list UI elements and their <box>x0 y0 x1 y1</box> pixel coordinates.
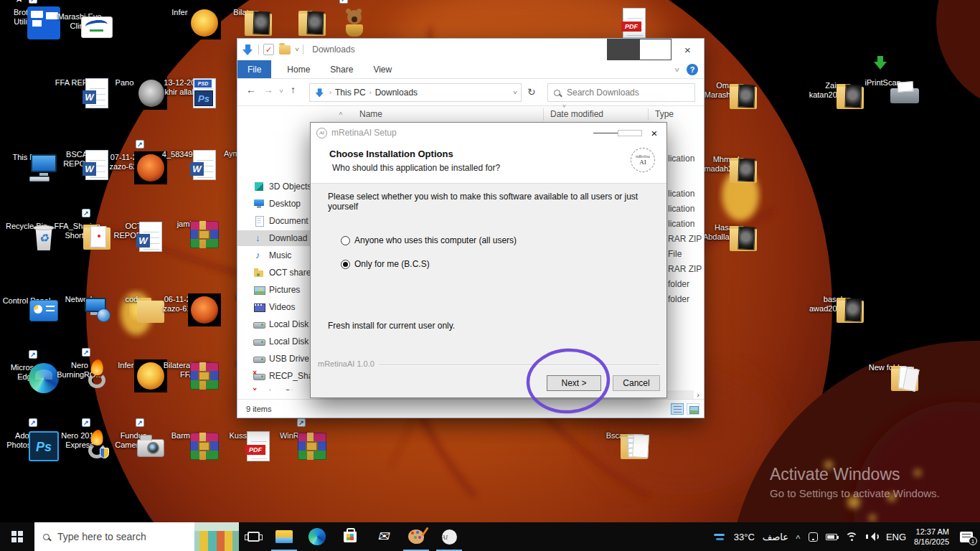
help-icon[interactable]: ? <box>687 64 698 75</box>
file-type-cell[interactable]: RAR ZIP a <box>668 234 704 247</box>
sidebar-item-desktop[interactable]: Desktop <box>237 196 320 212</box>
sidebar-item-videos[interactable]: Videos <box>237 299 320 315</box>
column-header-type[interactable]: Type <box>655 109 674 119</box>
desktop-icon-new-folder[interactable]: New folder <box>862 361 913 372</box>
file-type-cell[interactable]: RAR ZIP a <box>668 264 704 277</box>
back-icon[interactable]: ← <box>246 84 256 95</box>
desktop-icon-kussai[interactable]: Kussai <box>215 429 267 441</box>
desktop-icon-brother-utilities[interactable]: Brother Utilities <box>1 6 52 27</box>
minimize-button[interactable] <box>607 39 639 60</box>
desktop-icon-pdf-top[interactable] <box>591 6 643 8</box>
sidebar-item-local-disk-2[interactable]: Local Disk <box>237 334 320 349</box>
sidebar-item-usb-drive[interactable]: USB Drive <box>237 351 320 367</box>
up-icon[interactable]: ↑ <box>291 84 296 95</box>
desktop-icon-ffa-report[interactable]: FFA REPORT <box>54 76 105 88</box>
taskbar-file-explorer[interactable] <box>268 522 301 551</box>
explorer-search[interactable] <box>547 83 695 102</box>
customize-toolbar-chevron-icon[interactable]: > <box>293 47 301 51</box>
desktop-icon-mhmad-madah[interactable]: Mhmad madah202... <box>700 153 752 174</box>
large-icons-view-button[interactable] <box>687 403 699 415</box>
expand-ribbon-chevron-icon[interactable]: > <box>674 67 682 72</box>
sidebar-item-lensstar[interactable]: lensStar_sh <box>237 385 320 390</box>
properties-quick-icon[interactable] <box>263 44 274 55</box>
next-button[interactable]: Next > <box>547 375 601 391</box>
battery-icon[interactable] <box>826 534 837 540</box>
taskbar-edge[interactable] <box>301 522 334 551</box>
maximize-button[interactable] <box>639 39 672 60</box>
breadcrumb-downloads[interactable]: Downloads <box>375 88 418 98</box>
desktop-icon-winrar[interactable]: WinRAR <box>269 429 321 441</box>
desktop-icon-bscan-report[interactable]: BSCAN REPORT <box>54 148 105 169</box>
forward-icon[interactable]: → <box>263 84 273 95</box>
desktop-icon-nero-burning[interactable]: Nero BurningRO... <box>54 359 105 380</box>
sidebar-item-documents[interactable]: Document <box>237 213 320 229</box>
wifi-icon[interactable] <box>845 532 858 542</box>
desktop-icon-adobe-photoshop[interactable]: Adobe Photosho... <box>1 429 52 451</box>
radio-selected-icon[interactable] <box>341 260 350 269</box>
breadcrumb[interactable]: › This PC › Downloads > <box>309 83 522 102</box>
tab-share[interactable]: Share <box>320 60 363 78</box>
desktop-icon-recycle-bin[interactable]: Recycle Bin <box>1 220 52 231</box>
radio-only-me-row[interactable]: Only for me (B.C.S) <box>341 259 430 269</box>
desktop-icon-marashi-eye-clinic[interactable]: Marashi Eye Clinic <box>54 10 105 32</box>
file-type-cell[interactable]: folder <box>668 279 704 292</box>
file-type-cell[interactable]: File <box>668 249 704 262</box>
tray-weather-condition[interactable]: عاصف <box>763 532 788 542</box>
file-type-cell[interactable]: lication <box>668 219 704 232</box>
close-button[interactable]: × <box>672 39 704 60</box>
new-folder-quick-icon[interactable] <box>279 45 291 55</box>
column-header-name[interactable]: Name <box>359 109 382 119</box>
desktop-icon-network[interactable]: Network <box>54 293 105 304</box>
file-type-cell[interactable]: lication <box>668 189 704 202</box>
scroll-right-arrow-icon[interactable]: › <box>694 390 702 399</box>
radio-all-users-row[interactable]: Anyone who uses this computer (all users… <box>341 235 517 245</box>
desktop-icon-bilat[interactable]: Bilat <box>215 6 267 17</box>
taskbar-mretinaai[interactable] <box>433 522 466 551</box>
refresh-icon[interactable]: ↻ <box>527 86 536 98</box>
tray-temperature[interactable]: 33°C <box>734 532 755 542</box>
sidebar-item-oct-share[interactable]: OCT share <box>237 265 320 281</box>
desktop-icon-4-58349720[interactable]: 4_58349720... <box>161 148 213 159</box>
file-type-cell[interactable]: folder <box>668 294 704 307</box>
desktop-icon-nero-2014[interactable]: Nero 2014 Express <box>54 429 105 451</box>
dialog-close-button[interactable]: × <box>642 123 666 143</box>
clock[interactable]: 12:37 AM 8/16/2025 <box>914 527 949 547</box>
sidebar-item-downloads[interactable]: Download <box>237 230 320 246</box>
desktop-icon-inferior-1[interactable]: Inferior 1 <box>108 359 159 370</box>
desktop-icon-iprintscan[interactable]: iPrintScan-... <box>862 76 913 88</box>
desktop-icon-oct-report-1[interactable]: OCT REPORT-1 <box>108 220 159 241</box>
taskbar-paint[interactable] <box>400 522 433 551</box>
hidden-icons-chevron-icon[interactable]: > <box>794 534 802 539</box>
language-indicator[interactable]: ENG <box>886 532 906 542</box>
column-header-date-modified[interactable]: Date modified <box>550 109 603 119</box>
radio-unselected-icon[interactable] <box>341 236 350 245</box>
tab-file[interactable]: File <box>237 60 271 78</box>
search-input[interactable] <box>565 87 689 98</box>
desktop-icon-hasan-abdallah[interactable]: Hasan Abdallah20... <box>700 221 752 242</box>
desktop-icon-06-11-2018[interactable]: 06-11-2018... zazo-61-Ma... <box>161 293 213 314</box>
desktop-icon-this-pc[interactable]: This PC <box>1 151 52 162</box>
search-highlight-image[interactable] <box>194 522 239 551</box>
desktop-icon-microsoft-edge[interactable]: Microsoft Edge <box>1 361 52 382</box>
desktop-icon-ffa-sharing[interactable]: FFA_Sharing - Shortcut <box>54 220 105 241</box>
tab-view[interactable]: View <box>363 60 402 78</box>
desktop-icon-fundus-camera[interactable]: Fundus Camera ... <box>108 429 159 451</box>
tablet-mode-icon[interactable] <box>809 532 818 542</box>
action-center-icon[interactable]: 1 <box>960 532 973 542</box>
sidebar-item-3d-objects[interactable]: 3D Objects <box>237 179 320 194</box>
scroll-up-chevron-icon[interactable]: > <box>337 111 344 115</box>
sidebar-item-pictures[interactable]: Pictures <box>237 282 320 298</box>
desktop-icon-bscan-folder[interactable]: Bscan <box>591 429 643 441</box>
desktop-icon-basel-awad[interactable]: basel awad20250... <box>807 293 859 314</box>
file-type-cell[interactable]: lication <box>668 204 704 217</box>
taskbar-store[interactable] <box>334 522 367 551</box>
desktop-icon-inferior-2[interactable]: Inferior 2 <box>161 6 213 17</box>
recent-locations-chevron-icon[interactable]: > <box>278 89 285 93</box>
volume-icon[interactable] <box>866 532 878 542</box>
desktop-icon-omar-marashi[interactable]: Omar Marashi20... <box>700 79 752 100</box>
task-view-button[interactable] <box>239 522 268 551</box>
sidebar-item-music[interactable]: Music <box>237 248 320 263</box>
taskbar-search-input[interactable] <box>56 530 156 543</box>
details-view-button[interactable] <box>671 403 684 415</box>
desktop-icon-zain-katan[interactable]: Zain katan20200... <box>807 79 859 100</box>
